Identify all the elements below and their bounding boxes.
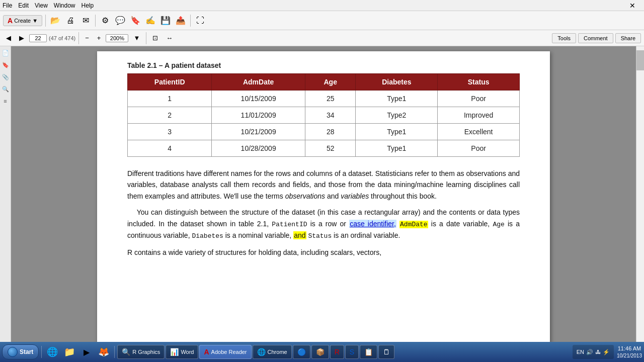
taskbar-app-3[interactable]: A Adobe Reader [199,345,251,359]
table-cell-r3c5: Excellent [438,124,520,140]
toolbar-separator-3 [190,15,191,27]
email-button[interactable]: ✉ [79,14,92,27]
create-button[interactable]: A Create ▼ [3,15,42,26]
fit-width-button[interactable]: ↔ [163,33,176,43]
nav-bar: ◀ ▶ (47 of 474) − + ▼ ⊡ ↔ Tools Comment … [0,30,644,46]
nav-right-buttons: Tools Comment Share [552,33,641,43]
table-cell-r4c3: 52 [305,140,355,157]
close-button[interactable]: ✕ [629,2,635,10]
table-cell-r1c1: 1 [128,90,212,107]
table-cell-r1c4: Type1 [356,90,438,107]
mono-patientid: PatientID [272,221,307,228]
tray-icon-3[interactable]: ⚡ [603,349,610,355]
right-scrollbar[interactable] [636,46,644,347]
save-as-button[interactable]: 💾 [159,14,172,27]
table-cell-r2c2: 11/01/2009 [212,107,305,124]
table-cell-r3c1: 3 [128,124,212,140]
prev-page-button[interactable]: ◀ [3,33,14,43]
table-row: 310/21/200928Type1Excellent [128,124,520,140]
taskbar-app-label-1: R Graphics [132,349,160,355]
table-cell-r2c1: 2 [128,107,212,124]
taskbar-app-4[interactable]: 🌐 Chrome [253,345,292,359]
sidebar-search-icon[interactable]: 🔍 [1,84,10,94]
table-cell-r1c3: 25 [305,90,355,107]
fullscreen-button[interactable]: ⛶ [194,14,207,27]
page-number-input[interactable] [29,34,47,42]
share-button[interactable]: Share [615,33,641,43]
sidebar-navigate-icon[interactable]: 📄 [1,48,10,57]
start-button[interactable]: Start [2,344,39,359]
windows-globe-icon [8,347,18,357]
taskbar-ie-icon[interactable]: 🌐 [44,344,60,359]
comment-button[interactable]: Comment [578,33,613,43]
table-cell-r2c5: Improved [438,107,520,124]
export-button[interactable]: 📤 [174,14,187,27]
taskbar-app-10[interactable]: 🗒 [378,345,394,359]
menu-view[interactable]: View [35,2,48,9]
taskbar-app-5[interactable]: 🔵 [293,345,310,359]
settings-button[interactable]: ⚙ [99,14,112,27]
table-row: 410/28/200952Type1Poor [128,140,520,157]
table-cell-r2c3: 34 [305,107,355,124]
toolbar-separator-2 [95,15,96,27]
zoom-in-button[interactable]: + [94,33,104,43]
stamp-button[interactable]: 🔖 [129,14,142,27]
taskbar-app-8[interactable]: S [345,345,359,359]
taskbar-folder-icon[interactable]: 📁 [61,344,77,359]
menu-edit[interactable]: Edit [18,2,29,9]
start-label: Start [20,348,33,355]
taskbar-app-1[interactable]: 🔍 R Graphics [117,345,165,359]
zoom-out-button[interactable]: − [82,33,92,43]
create-label: Create [14,18,31,24]
zoom-input[interactable] [106,34,128,42]
tray-icon-2[interactable]: 🖧 [595,349,601,355]
nav-separator-2 [146,32,146,44]
italic-variables: variables [341,192,369,200]
page-document: Table 2.1 – A patient dataset PatientID … [97,51,550,343]
taskbar-app-6[interactable]: 📦 [311,345,329,359]
highlighted-case-identifier: case identifier, [349,220,396,228]
taskbar-separator-2 [114,346,115,358]
left-sidebar: 📄 🔖 📎 🔍 ≡ [0,46,11,347]
body-paragraph-2: You can distinguish between the structur… [127,207,520,242]
body-paragraph-1: Different traditions have different name… [127,168,520,202]
sidebar-layers-icon[interactable]: ≡ [1,97,10,106]
table-cell-r4c2: 10/28/2009 [212,140,305,157]
taskbar-app-icon-10: 🗒 [383,348,390,356]
taskbar-media-icon[interactable]: ▶ [78,344,95,359]
sidebar-bookmark-icon[interactable]: 🔖 [1,60,10,69]
comment-cloud-button[interactable]: 💬 [114,14,127,27]
taskbar: Start 🌐 📁 ▶ 🦊 🔍 R Graphics 📊 Word A Adob… [0,342,644,362]
table-header-row: PatientID AdmDate Age Diabetes Status [128,74,520,90]
taskbar-app-icon-1: 🔍 [122,348,130,356]
table-row: 110/15/200925Type1Poor [128,90,520,107]
next-page-button[interactable]: ▶ [16,33,27,43]
taskbar-app-label-3: Adobe Reader [211,349,247,355]
taskbar-app-7[interactable]: R [330,345,344,359]
tools-button[interactable]: Tools [552,33,576,43]
zoom-dropdown-button[interactable]: ▼ [130,33,143,43]
taskbar-app-9[interactable]: 📋 [360,345,377,359]
mono-status: Status [308,232,332,240]
table-cell-r4c4: Type1 [356,140,438,157]
taskbar-right: EN 🔊 🖧 ⚡ 11:46 AM 10/21/2013 [573,345,642,359]
body-paragraph-3: R contains a wide variety of structures … [127,247,520,258]
data-table: PatientID AdmDate Age Diabetes Status 11… [127,73,520,157]
menu-help[interactable]: Help [82,2,94,9]
taskbar-app-icon-4: 🌐 [257,348,266,356]
menu-window[interactable]: Window [54,2,75,9]
clock[interactable]: 11:46 AM 10/21/2013 [617,345,642,358]
fit-page-button[interactable]: ⊡ [149,33,161,43]
open-button[interactable]: 📂 [49,14,62,27]
scroll-thumb[interactable] [636,50,644,70]
taskbar-app-2[interactable]: 📊 Word [166,345,198,359]
print-button[interactable]: 🖨 [64,14,77,27]
taskbar-ff-icon[interactable]: 🦊 [96,344,112,359]
sign-button[interactable]: ✍ [144,14,157,27]
table-body: 110/15/200925Type1Poor211/01/200934Type2… [128,90,520,157]
sidebar-paperclip-icon[interactable]: 📎 [1,72,10,81]
taskbar-app-icon-5: 🔵 [297,348,306,356]
mono-diabetes: Diabetes [192,232,223,240]
menu-file[interactable]: File [3,2,12,9]
tray-icon-1[interactable]: 🔊 [586,349,593,355]
